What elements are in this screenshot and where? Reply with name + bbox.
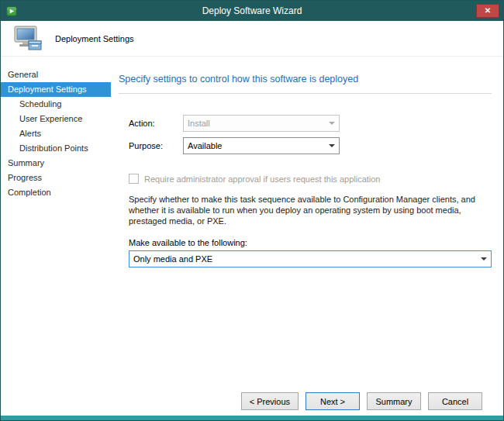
summary-button[interactable]: Summary — [367, 392, 421, 410]
deployment-settings-icon — [10, 25, 44, 53]
heading-divider — [119, 93, 492, 94]
next-button[interactable]: Next > — [306, 392, 360, 410]
page-title: Deployment Settings — [55, 34, 134, 43]
purpose-combobox[interactable]: Available — [183, 137, 340, 154]
wizard-page-content: Specify settings to control how this sof… — [111, 57, 504, 416]
purpose-label: Purpose: — [129, 141, 183, 150]
nav-item-user-experience[interactable]: User Experience — [1, 112, 111, 126]
action-row: Action: Install — [129, 115, 492, 132]
action-label: Action: — [129, 119, 183, 128]
nav-item-general[interactable]: General — [1, 67, 111, 82]
button-row: < Previous Next > Summary Cancel — [241, 392, 482, 410]
chevron-down-icon — [325, 138, 339, 154]
window-title: Deploy Software Wizard — [1, 5, 503, 16]
chevron-down-icon — [325, 116, 339, 131]
nav-item-progress[interactable]: Progress — [1, 171, 111, 185]
nav-item-distribution-points[interactable]: Distribution Points — [1, 141, 111, 156]
previous-button[interactable]: < Previous — [241, 392, 299, 410]
nav-item-summary[interactable]: Summary — [1, 156, 111, 171]
action-value: Install — [188, 119, 210, 128]
approval-checkbox-label: Require administrator approval if users … — [144, 174, 381, 184]
close-icon: ✕ — [485, 7, 491, 15]
description-text: Specify whether to make this task sequen… — [129, 194, 492, 226]
deploy-software-wizard-window: Deploy Software Wizard ✕ Deployment Sett… — [0, 0, 504, 421]
make-available-value: Only media and PXE — [133, 254, 212, 264]
page-heading: Specify settings to control how this sof… — [119, 74, 492, 85]
approval-checkbox — [129, 174, 139, 184]
make-available-label: Make available to the following: — [129, 238, 492, 247]
action-combobox: Install — [183, 115, 340, 132]
make-available-combobox[interactable]: Only media and PXE — [129, 250, 492, 267]
nav-item-deployment-settings[interactable]: Deployment Settings — [1, 82, 111, 97]
purpose-value: Available — [188, 141, 222, 150]
nav-item-completion[interactable]: Completion — [1, 185, 111, 200]
cancel-button[interactable]: Cancel — [428, 392, 482, 410]
deployment-settings-form: Action: Install Purpose: Available Re — [119, 115, 492, 267]
wizard-header: Deployment Settings — [1, 21, 503, 57]
close-button[interactable]: ✕ — [476, 4, 499, 18]
app-icon — [6, 5, 18, 17]
chevron-down-icon — [477, 251, 491, 267]
purpose-row: Purpose: Available — [129, 137, 492, 154]
approval-checkbox-row: Require administrator approval if users … — [129, 174, 492, 184]
nav-item-scheduling[interactable]: Scheduling — [1, 97, 111, 112]
window-bottom-edge — [1, 416, 503, 420]
wizard-nav: General Deployment Settings Scheduling U… — [1, 57, 111, 416]
titlebar[interactable]: Deploy Software Wizard ✕ — [1, 1, 503, 21]
nav-item-alerts[interactable]: Alerts — [1, 126, 111, 141]
